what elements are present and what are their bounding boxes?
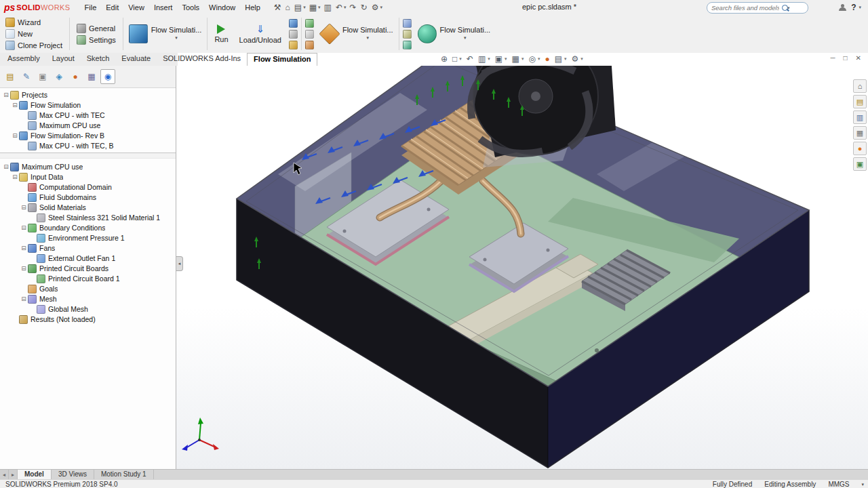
menu-tools[interactable]: Tools [177, 1, 204, 14]
save-icon[interactable]: ▦ [307, 1, 319, 14]
zoom-area-caret-icon[interactable]: ▾ [459, 56, 462, 62]
apply-scene-icon[interactable]: ▤ [555, 54, 562, 64]
expander-icon[interactable]: ⊟ [20, 223, 27, 233]
plot-manager-icon[interactable] [403, 41, 412, 49]
solver-monitor-icon[interactable] [289, 19, 298, 28]
flow-simulation-results-button[interactable]: Flow Simulati...▾ [414, 15, 495, 53]
tree-item[interactable]: Printed Circuit Board 1 [0, 274, 176, 284]
tree-item[interactable]: Maximum CPU use [0, 121, 176, 131]
tree-item[interactable]: ⊟ Projects [0, 90, 176, 100]
options-caret-icon[interactable]: ▾ [380, 5, 382, 10]
feature-manager-tab[interactable]: ▤ [3, 69, 18, 84]
command-tab[interactable]: Flow Simulation [247, 53, 317, 66]
menu-view[interactable]: View [123, 1, 149, 14]
tree-item[interactable]: ⊟ Flow Simulation- Rev B [0, 131, 176, 141]
3d-scene[interactable] [176, 66, 868, 469]
tree-item[interactable]: Computational Domain [0, 182, 176, 192]
units-caret-icon[interactable]: ▾ [861, 482, 864, 487]
expander-icon[interactable]: ⊟ [3, 90, 9, 100]
units-selector[interactable]: MMGS [828, 481, 849, 488]
expander-icon[interactable]: ⊟ [20, 264, 27, 274]
general-settings-button[interactable]: General [74, 23, 119, 34]
search-box[interactable]: ▾ [707, 2, 808, 14]
compare-results-icon[interactable] [403, 30, 412, 39]
dimxpert-manager-tab[interactable]: ◈ [52, 69, 66, 84]
previous-view-icon[interactable]: ↶ [467, 54, 473, 64]
tree-item[interactable]: ⊟ Printed Circuit Boards [0, 264, 176, 274]
document-tab[interactable]: Model [18, 470, 52, 480]
tree-item[interactable]: ⊟ Mesh [0, 294, 176, 304]
tree-pane-splitter[interactable] [0, 152, 176, 159]
view-palette-icon[interactable]: ▦ [853, 126, 867, 140]
help-caret-icon[interactable]: ▾ [859, 5, 861, 10]
property-manager-tab[interactable]: ✎ [19, 69, 34, 84]
section-caret-icon[interactable]: ▾ [488, 56, 490, 62]
command-tab[interactable]: Evaluate [115, 53, 157, 66]
window-restore-icon[interactable]: □ [844, 54, 848, 62]
view-settings-icon[interactable]: ⚙ [572, 54, 579, 64]
save-caret-icon[interactable]: ▾ [318, 5, 321, 10]
menu-insert[interactable]: Insert [149, 1, 178, 14]
results-load-icon[interactable] [289, 41, 298, 49]
tree-item[interactable]: Max CPU - with TEC [0, 110, 176, 121]
menu-window[interactable]: Window [204, 1, 240, 14]
expander-icon[interactable]: ⊟ [3, 162, 9, 172]
configuration-manager-tab[interactable]: ▣ [35, 69, 50, 84]
tree-item[interactable]: Fluid Subdomains [0, 192, 176, 203]
document-tab[interactable]: Motion Study 1 [94, 470, 154, 480]
file-explorer-icon[interactable]: ▥ [853, 110, 867, 124]
tab-scroll-left-icon[interactable]: ◂ [0, 470, 9, 480]
zoom-fit-icon[interactable]: ⊕ [441, 54, 448, 64]
tree-item[interactable]: ⊟ Fans [0, 243, 176, 253]
wizard-button[interactable]: Wizard [3, 17, 65, 28]
apply-scene-caret-icon[interactable]: ▾ [564, 56, 567, 62]
component-control-icon[interactable] [305, 30, 314, 39]
home-icon[interactable]: ⌂ [283, 1, 292, 14]
flow-simulation-features-button[interactable]: Flow Simulati...▾ [125, 15, 206, 53]
help-icon[interactable]: ? [848, 3, 859, 12]
expander-icon[interactable]: ⊟ [20, 203, 27, 213]
search-icon[interactable] [782, 5, 788, 11]
undo-icon[interactable]: ↶ [334, 1, 344, 14]
design-library-icon[interactable]: ▤ [853, 95, 867, 108]
tab-scroll-right-icon[interactable]: ▸ [9, 470, 18, 480]
flow-simulation-tools-button[interactable]: Flow Simulati...▾ [316, 15, 397, 53]
tree-item[interactable]: Steel Stainless 321 Solid Material 1 [0, 213, 176, 223]
document-tab[interactable]: 3D Views [52, 470, 94, 480]
mesh-settings-icon[interactable] [403, 19, 412, 28]
tree-item[interactable]: Max CPU - with TEC, B [0, 141, 176, 151]
options-icon[interactable]: ⚙ [370, 1, 381, 14]
tree-item[interactable]: ⊟ Input Data [0, 172, 176, 182]
check-geometry-icon[interactable] [305, 19, 314, 28]
search-input[interactable] [710, 3, 781, 12]
display-style-caret-icon[interactable]: ▾ [521, 56, 524, 62]
zoom-area-icon[interactable]: □ [452, 54, 457, 64]
command-tab[interactable]: Assembly [1, 53, 46, 66]
tree-item[interactable]: External Outlet Fan 1 [0, 253, 176, 264]
flow-simulation-panel-tab[interactable]: ◉ [100, 69, 115, 84]
graphics-viewport[interactable]: ◂ ⌂ ▤ ▥ ▦ ● ▣ [176, 66, 868, 469]
tree-item[interactable]: ⊟ Maximum CPU use [0, 162, 176, 172]
panel-collapse-handle[interactable]: ◂ [176, 256, 183, 271]
command-tab[interactable]: Layout [46, 53, 81, 66]
open-icon[interactable]: ▤ [292, 1, 304, 14]
open-caret-icon[interactable]: ▾ [303, 5, 306, 10]
view-settings-caret-icon[interactable]: ▾ [580, 56, 583, 62]
section-view-icon[interactable]: ▥ [478, 54, 486, 64]
redo-icon[interactable]: ↷ [348, 1, 359, 14]
expander-icon[interactable]: ⊟ [12, 131, 18, 141]
window-close-icon[interactable]: ✕ [856, 54, 861, 62]
window-minimize-icon[interactable]: ─ [830, 54, 835, 62]
edit-appearance-icon[interactable]: ● [545, 54, 549, 64]
tree-item[interactable]: Global Mesh [0, 304, 176, 314]
print-icon[interactable]: ▥ [322, 1, 334, 14]
batch-run-icon[interactable] [289, 30, 298, 39]
menu-file[interactable]: File [80, 1, 102, 14]
tree-item[interactable]: Environment Pressure 1 [0, 233, 176, 243]
expander-icon[interactable]: ⊟ [12, 100, 18, 110]
expander-icon[interactable]: ⊟ [12, 172, 18, 182]
tree-item[interactable]: Results (Not loaded) [0, 314, 176, 325]
hide-show-caret-icon[interactable]: ▾ [538, 56, 540, 62]
user-account-icon[interactable] [839, 4, 846, 11]
run-button[interactable]: Run [209, 15, 233, 53]
